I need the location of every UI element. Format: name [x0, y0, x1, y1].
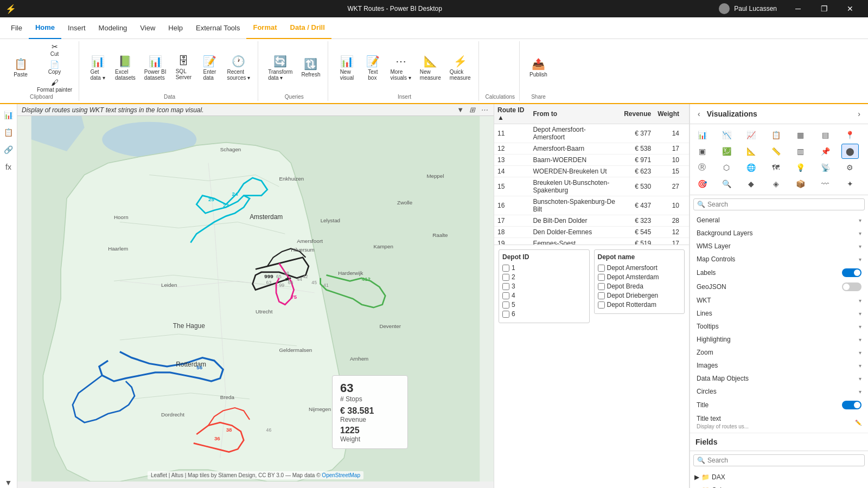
table-row[interactable]: 14 WOERDEN-Breukelen Ut € 623 15	[494, 166, 689, 177]
ribbon-format-painter[interactable]: 🖌 Format painter	[35, 77, 74, 94]
depot-id-checkbox[interactable]	[502, 301, 509, 309]
table-row[interactable]: 11 Depot Amersfoort-Amersfoort € 377 14	[494, 124, 689, 143]
viz-search-input[interactable]	[707, 201, 861, 208]
menu-format[interactable]: Format	[246, 17, 283, 39]
viz-icon-btn[interactable]: ⬡	[718, 160, 735, 175]
viz-icon-btn[interactable]: 💡	[792, 160, 809, 175]
viz-icon-btn[interactable]: 📏	[767, 144, 784, 159]
depot-name-checkbox[interactable]	[598, 301, 605, 309]
viz-nav-next[interactable]: ›	[856, 108, 863, 119]
ribbon-get-data[interactable]: 📊 Getdata ▾	[86, 53, 110, 83]
viz-icon-btn[interactable]: 📈	[743, 127, 760, 143]
ribbon-more-visuals[interactable]: ⋯ Morevisuals ▾	[387, 53, 414, 83]
filter-icon[interactable]: ▼	[455, 106, 465, 114]
ribbon-new-measure[interactable]: 📐 Newmeasure	[417, 53, 444, 83]
settings-row[interactable]: Title	[690, 398, 868, 412]
toggle-switch[interactable]	[842, 268, 861, 277]
toggle-switch[interactable]	[842, 401, 861, 409]
sidebar-filters-icon[interactable]: ▼	[2, 476, 15, 488]
sidebar-data-icon[interactable]: 📋	[2, 126, 15, 139]
viz-icon-btn[interactable]: ▤	[816, 127, 834, 143]
viz-icon-btn[interactable]: ✦	[841, 176, 859, 191]
sidebar-model-icon[interactable]: 🔗	[2, 143, 15, 156]
filter-row-depot-id[interactable]: 6	[502, 310, 586, 318]
settings-row[interactable]: Lines ▾	[690, 307, 868, 320]
viz-icon-btn[interactable]: ▦	[792, 127, 809, 143]
filter-row-depot-id[interactable]: 2	[502, 273, 586, 281]
viz-icon-btn[interactable]: ⚙	[841, 160, 859, 175]
viz-icon-btn[interactable]: 📌	[816, 144, 834, 159]
viz-icon-btn[interactable]: ◈	[767, 176, 784, 191]
close-button[interactable]: ✕	[838, 0, 863, 17]
tree-group[interactable]: ▶ 📁 DAX	[694, 472, 864, 483]
ribbon-enter-data[interactable]: 📝 Enterdata	[197, 53, 221, 83]
viz-icon-btn[interactable]: 〰	[816, 176, 834, 191]
viz-icon-btn[interactable]: 🎯	[693, 176, 711, 191]
menu-insert[interactable]: Insert	[61, 17, 92, 39]
map-container[interactable]: Amsterdam Rotterdam The Hague Haarlem Hi…	[17, 104, 494, 481]
menu-external-tools[interactable]: External Tools	[189, 17, 246, 39]
settings-row[interactable]: Title text Display of routes us... ✏️	[690, 412, 868, 433]
viz-icon-btn[interactable]: ▣	[693, 144, 711, 159]
fields-search-input[interactable]	[707, 457, 861, 464]
menu-file[interactable]: File	[4, 17, 29, 39]
viz-icon-btn[interactable]: 🌐	[743, 160, 760, 175]
table-row[interactable]: 19 Eemnes-Soest € 519 17	[494, 238, 689, 246]
viz-icon-btn[interactable]: ⬤	[841, 144, 859, 159]
settings-row[interactable]: General ▾	[690, 214, 868, 227]
settings-row[interactable]: Data Map Objects ▾	[690, 372, 868, 385]
settings-row[interactable]: Map Controls ▾	[690, 253, 868, 266]
ribbon-paste[interactable]: 📋 Paste	[9, 55, 33, 80]
settings-row[interactable]: Circles ▾	[690, 385, 868, 398]
ribbon-new-visual[interactable]: 📊 Newvisual	[335, 53, 359, 83]
viz-icon-btn[interactable]: 🗺	[767, 160, 784, 175]
viz-icon-btn[interactable]: 📡	[816, 160, 834, 175]
viz-icon-btn[interactable]: 📦	[792, 176, 809, 191]
tree-group-header[interactable]: ▶ 📁 Colors	[694, 485, 864, 488]
depot-name-checkbox[interactable]	[598, 274, 605, 281]
ribbon-copy[interactable]: 📄 Copy	[35, 59, 74, 76]
viz-icon-btn[interactable]: Ⓡ	[693, 160, 711, 175]
menu-view[interactable]: View	[133, 17, 162, 39]
ribbon-quick-measure[interactable]: ⚡ Quickmeasure	[446, 53, 474, 83]
ribbon-publish[interactable]: 📤 Publish	[526, 55, 551, 80]
table-row[interactable]: 12 Amersfoort-Baarn € 538 17	[494, 143, 689, 155]
menu-modeling[interactable]: Modeling	[92, 17, 134, 39]
ribbon-refresh[interactable]: 🔃 Refresh	[298, 55, 323, 80]
depot-id-checkbox[interactable]	[502, 265, 509, 272]
restore-button[interactable]: ❐	[812, 0, 837, 17]
viz-icon-btn[interactable]: 💹	[718, 144, 735, 159]
toggle-switch[interactable]	[842, 282, 861, 291]
ribbon-powerbi-datasets[interactable]: 📊 Power BIdatasets	[141, 53, 170, 83]
col-route-id[interactable]: Route ID ▲	[494, 104, 529, 124]
ribbon-sql[interactable]: 🗄 SQLServer	[171, 53, 195, 82]
viz-icon-btn[interactable]: 🔍	[718, 176, 735, 191]
settings-row[interactable]: GeoJSON	[690, 280, 868, 294]
table-row[interactable]: 15 Breukelen Ut-Bunschoten-Spakenburg € …	[494, 177, 689, 196]
table-row[interactable]: 16 Bunschoten-Spakenburg-De Bilt € 437 1…	[494, 196, 689, 215]
edit-icon[interactable]: ✏️	[855, 420, 861, 426]
viz-nav-prev[interactable]: ‹	[695, 108, 703, 119]
filter-row-depot-id[interactable]: 3	[502, 282, 586, 290]
ribbon-cut[interactable]: ✂ Cut	[35, 41, 74, 58]
filter-row-depot-name[interactable]: Depot Amersfoort	[598, 264, 681, 272]
settings-row[interactable]: WKT ▾	[690, 294, 868, 307]
tree-group-header[interactable]: ▶ 📁 DAX	[694, 472, 864, 483]
viz-icon-btn[interactable]: ◆	[743, 176, 760, 191]
viz-icon-btn[interactable]: 📉	[718, 127, 735, 143]
viz-icon-btn[interactable]: 📍	[841, 127, 859, 143]
openstreetmap-link[interactable]: OpenStreetMap	[322, 472, 360, 478]
more-icon[interactable]: ⋯	[479, 106, 489, 114]
filter-row-depot-name[interactable]: Depot Breda	[598, 282, 681, 290]
ribbon-text-box[interactable]: 📝 Textbox	[361, 53, 385, 83]
depot-name-checkbox[interactable]	[598, 265, 605, 272]
depot-id-checkbox[interactable]	[502, 274, 509, 281]
depot-id-checkbox[interactable]	[502, 292, 509, 299]
col-revenue[interactable]: Revenue	[621, 104, 654, 124]
depot-name-checkbox[interactable]	[598, 292, 605, 299]
col-weight[interactable]: Weight	[654, 104, 682, 124]
viz-icon-btn[interactable]: 📊	[693, 127, 711, 143]
viz-icon-btn[interactable]: 📋	[767, 127, 784, 143]
tree-group[interactable]: ▶ 📁 Colors	[694, 485, 864, 488]
menu-help[interactable]: Help	[162, 17, 189, 39]
